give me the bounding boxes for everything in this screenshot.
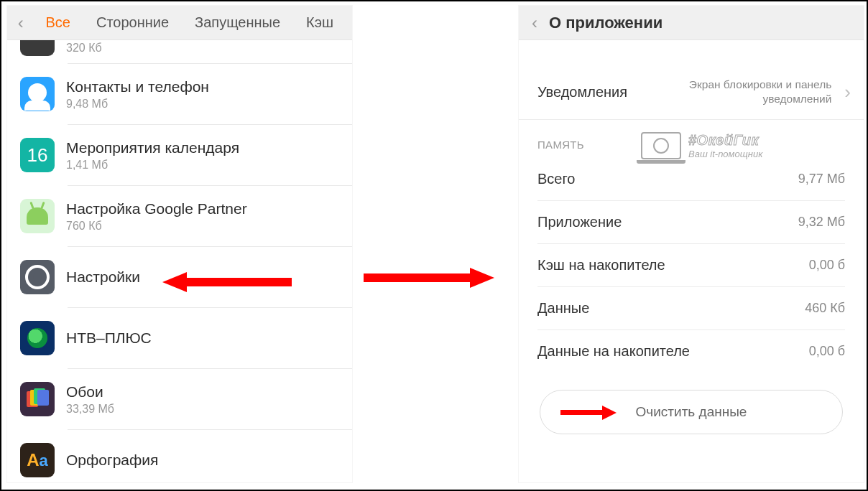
- watermark-subtitle: Ваш it-помощник: [688, 149, 762, 159]
- row-label: Данные на накопителе: [537, 343, 690, 360]
- row-value: 0,00 б: [809, 258, 845, 273]
- app-row-wallpapers[interactable]: Обои 33,39 Мб: [7, 369, 352, 429]
- app-size: 320 Кб: [66, 42, 102, 55]
- app-title: Обои: [66, 383, 114, 401]
- ntv-icon: [20, 321, 55, 355]
- watermark-title: #ОкейГик: [688, 133, 762, 147]
- row-total: Всего 9,77 Мб: [519, 158, 864, 200]
- row-label: Приложение: [537, 214, 622, 230]
- wallpapers-icon: [20, 382, 55, 416]
- tab-cache[interactable]: Кэш: [293, 14, 346, 31]
- row-data: Данные 460 Кб: [519, 287, 864, 329]
- row-value: 9,77 Мб: [798, 172, 845, 187]
- watermark-logo: #ОкейГик Ваш it-помощник: [641, 132, 762, 159]
- laptop-icon: [641, 132, 681, 159]
- row-data-storage: Данные на накопителе 0,00 б: [519, 330, 864, 373]
- app-icon-generic: [20, 40, 55, 56]
- notifications-label: Уведомления: [537, 84, 627, 100]
- app-size: 760 Кб: [66, 220, 247, 233]
- app-info-header: ‹ О приложении: [519, 6, 864, 40]
- chevron-right-icon: ›: [839, 81, 851, 103]
- app-size: 33,39 Мб: [66, 403, 114, 416]
- app-title: НТВ–ПЛЮС: [66, 329, 152, 347]
- app-list-screen: ‹ Все Сторонние Запущенные Кэш 320 Кб Ко…: [7, 6, 352, 482]
- app-list: 320 Кб Контакты и телефон 9,48 Мб 16 Мер…: [7, 40, 352, 482]
- app-row-contacts[interactable]: Контакты и телефон 9,48 Мб: [7, 64, 352, 124]
- row-label: Кэш на накопителе: [537, 257, 665, 273]
- app-row-partial[interactable]: 320 Кб: [7, 40, 352, 63]
- page-title: О приложении: [545, 14, 662, 32]
- back-icon[interactable]: ‹: [13, 14, 29, 32]
- contact-icon: [20, 77, 55, 111]
- row-app: Приложение 9,32 Мб: [519, 201, 864, 243]
- back-icon[interactable]: ‹: [525, 14, 545, 32]
- tab-running[interactable]: Запущенные: [182, 14, 293, 31]
- app-title: Настройка Google Partner: [66, 200, 247, 218]
- row-value: 0,00 б: [809, 344, 845, 359]
- row-label: Всего: [537, 171, 575, 187]
- calendar-16-icon: 16: [20, 138, 55, 172]
- notifications-value: Экран блокировки и панель уведомлений: [634, 78, 831, 106]
- app-title: Настройки: [66, 268, 140, 286]
- app-row-ntv[interactable]: НТВ–ПЛЮС: [7, 308, 352, 368]
- section-memory-label: ПАМЯТЬ: [537, 139, 584, 151]
- app-size: 1,41 Мб: [66, 159, 239, 172]
- tab-third-party[interactable]: Сторонние: [83, 14, 182, 31]
- gear-icon: [20, 260, 55, 294]
- tab-all[interactable]: Все: [33, 14, 83, 31]
- clear-data-row: Очистить данные: [519, 373, 864, 434]
- row-value: 460 Кб: [805, 301, 845, 316]
- app-list-tabs: Все Сторонние Запущенные Кэш: [29, 14, 347, 31]
- app-title: Орфография: [66, 451, 158, 469]
- row-notifications[interactable]: Уведомления Экран блокировки и панель ув…: [519, 65, 864, 120]
- app-row-google-partner[interactable]: Настройка Google Partner 760 Кб: [7, 186, 352, 246]
- row-cache: Кэш на накопителе 0,00 б: [519, 244, 864, 286]
- clear-data-label: Очистить данные: [636, 404, 747, 420]
- aa-icon: Aa: [20, 443, 55, 477]
- android-icon: [20, 199, 55, 233]
- row-value: 9,32 Мб: [798, 215, 845, 230]
- app-size: 9,48 Мб: [66, 98, 209, 111]
- app-title: Контакты и телефон: [66, 78, 209, 95]
- app-list-header: ‹ Все Сторонние Запущенные Кэш: [7, 6, 352, 40]
- app-row-spelling[interactable]: Aa Орфография: [7, 430, 352, 482]
- app-info-screen: ‹ О приложении Уведомления Экран блокиро…: [519, 6, 864, 482]
- row-label: Данные: [537, 300, 589, 317]
- app-row-calendar[interactable]: 16 Мероприятия календаря 1,41 Мб: [7, 125, 352, 185]
- clear-data-button[interactable]: Очистить данные: [540, 390, 843, 434]
- app-title: Мероприятия календаря: [66, 139, 239, 156]
